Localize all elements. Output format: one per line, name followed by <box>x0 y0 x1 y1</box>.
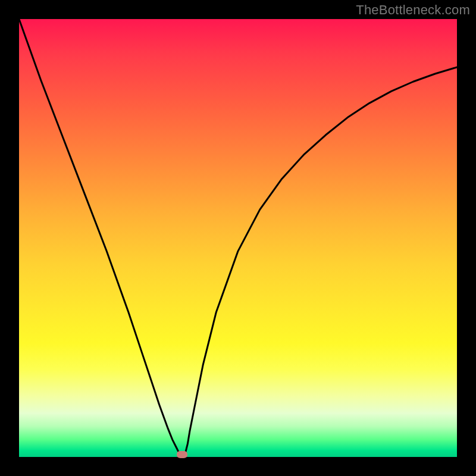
optimal-point-marker <box>177 451 187 458</box>
watermark-text: TheBottleneck.com <box>356 2 470 18</box>
chart-frame: TheBottleneck.com <box>0 0 476 476</box>
chart-plot-area <box>19 19 457 457</box>
bottleneck-curve <box>19 19 457 457</box>
